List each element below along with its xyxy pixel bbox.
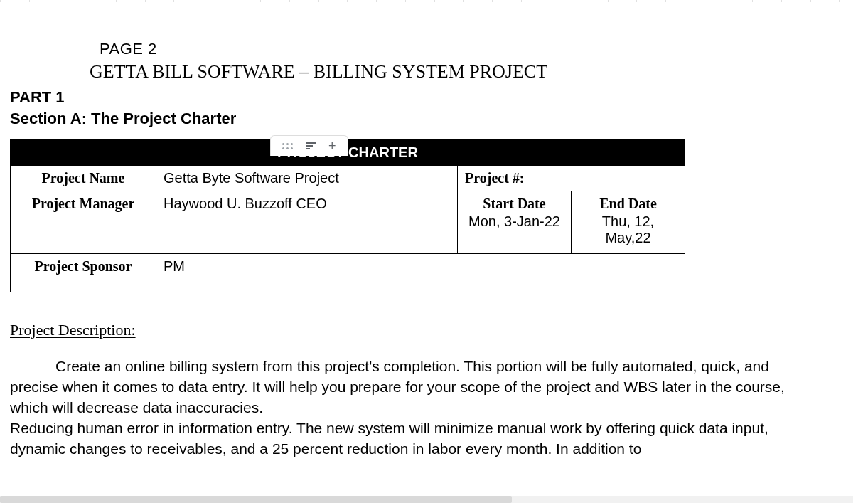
- plus-icon[interactable]: +: [328, 139, 336, 152]
- section-label: Section A: The Project Charter: [10, 110, 858, 128]
- value-start-date: Mon, 3-Jan-22: [465, 213, 564, 230]
- table-toolbar[interactable]: +: [270, 135, 348, 156]
- label-start-date: Start Date: [465, 196, 564, 212]
- project-description-text: Create an online billing system from thi…: [10, 358, 785, 457]
- document-title: GETTA BILL SOFTWARE – BILLING SYSTEM PRO…: [90, 61, 858, 83]
- project-description-heading: Project Description:: [10, 321, 858, 339]
- horizontal-scrollbar[interactable]: [0, 496, 853, 503]
- label-project-sponsor: Project Sponsor: [11, 254, 156, 292]
- scrollbar-thumb[interactable]: [0, 496, 512, 503]
- filter-icon[interactable]: [306, 142, 316, 149]
- end-date-cell: End Date Thu, 12, May,22: [572, 191, 685, 254]
- label-project-number: Project #:: [458, 166, 685, 191]
- page-number: PAGE 2: [100, 40, 858, 58]
- drag-handle-icon[interactable]: [282, 143, 293, 149]
- value-project-manager: Haywood U. Buzzoff CEO: [156, 191, 458, 254]
- label-end-date: End Date: [579, 196, 677, 212]
- start-date-cell: Start Date Mon, 3-Jan-22: [458, 191, 572, 254]
- document-page: PAGE 2 GETTA BILL SOFTWARE – BILLING SYS…: [0, 0, 868, 460]
- label-project-name: Project Name: [11, 166, 156, 191]
- project-charter-table: PROJECT CHARTER Project Name Getta Byte …: [10, 139, 685, 292]
- project-description-body: Create an online billing system from thi…: [10, 356, 785, 460]
- value-project-sponsor: PM: [156, 254, 685, 292]
- label-project-manager: Project Manager: [11, 191, 156, 254]
- ruler: [0, 0, 868, 3]
- value-project-name: Getta Byte Software Project: [156, 166, 458, 191]
- part-label: PART 1: [10, 88, 858, 107]
- value-end-date: Thu, 12, May,22: [579, 213, 677, 246]
